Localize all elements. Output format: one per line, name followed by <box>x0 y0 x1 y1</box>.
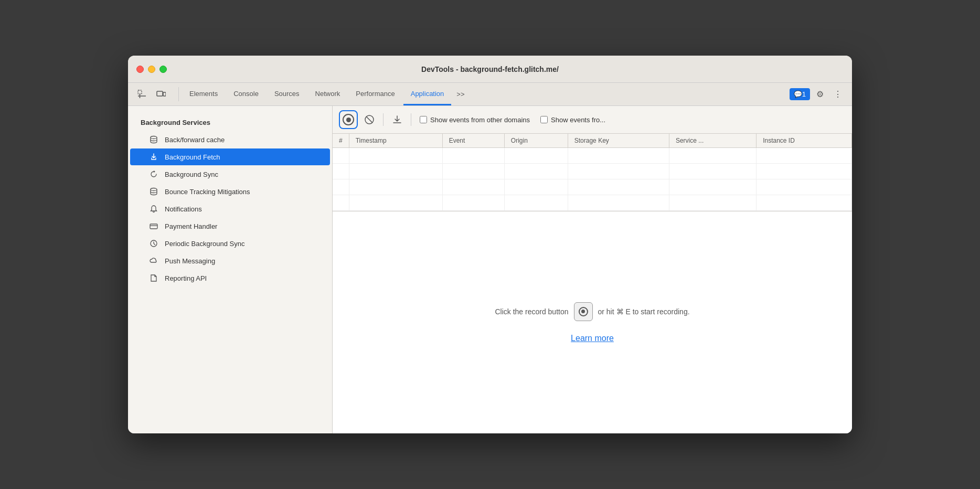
more-options-icon[interactable]: ⋮ <box>830 87 846 102</box>
tab-application[interactable]: Application <box>403 83 452 105</box>
table-container: # Timestamp Event Origin Storage Key Ser… <box>333 134 852 211</box>
tab-performance[interactable]: Performance <box>348 83 402 105</box>
svg-rect-0 <box>138 90 142 94</box>
tab-icon-group <box>132 83 171 105</box>
toolbar-divider-2 <box>411 113 411 126</box>
bell-icon <box>149 204 158 214</box>
sync-icon <box>149 169 158 179</box>
tab-sources[interactable]: Sources <box>267 83 307 105</box>
window-title: DevTools - background-fetch.glitch.me/ <box>136 65 844 73</box>
sidebar-item-label: Payment Handler <box>165 222 217 230</box>
chat-icon: 💬 <box>794 90 802 98</box>
show-other-domains-checkbox-group[interactable]: Show events from other domains <box>420 116 530 124</box>
tab-actions: 💬 1 ⚙ ⋮ <box>787 83 848 105</box>
table-empty-row-2 <box>333 164 852 179</box>
tab-bar: Elements Console Sources Network Perform… <box>128 83 852 106</box>
right-panel: Show events from other domains Show even… <box>333 106 852 433</box>
svg-rect-7 <box>150 224 157 229</box>
tab-network[interactable]: Network <box>308 83 348 105</box>
empty-state-description: Click the record button or hit ⌘ E to st… <box>495 302 689 321</box>
show-events-fro-label: Show events fro... <box>551 116 605 124</box>
sidebar-section-title: Background Services <box>128 114 332 131</box>
record-button-inline[interactable] <box>574 302 593 321</box>
sidebar-item-push-messaging[interactable]: Push Messaging <box>130 252 330 269</box>
learn-more-link[interactable]: Learn more <box>571 334 614 343</box>
sidebar-item-background-fetch[interactable]: Background Fetch <box>130 148 330 165</box>
svg-line-11 <box>366 116 372 123</box>
record-icon <box>343 114 354 125</box>
sidebar: Background Services Back/forward cache <box>128 106 333 433</box>
svg-point-6 <box>151 188 157 191</box>
col-origin: Origin <box>504 134 568 148</box>
settings-icon[interactable]: ⚙ <box>812 87 828 102</box>
tab-spacer <box>470 83 786 105</box>
cloud-icon <box>149 256 158 265</box>
show-events-fro-checkbox-group[interactable]: Show events fro... <box>540 116 605 124</box>
device-toggle-icon[interactable] <box>153 87 169 102</box>
col-instance-id: Instance ID <box>757 134 852 148</box>
sidebar-item-label: Notifications <box>165 205 202 213</box>
database-icon <box>149 135 158 144</box>
sidebar-item-payment-handler[interactable]: Payment Handler <box>130 218 330 235</box>
table-empty-row-1 <box>333 148 852 164</box>
maximize-button[interactable] <box>159 66 167 73</box>
clear-button[interactable] <box>360 110 379 129</box>
traffic-lights <box>136 66 167 73</box>
col-storage-key: Storage Key <box>568 134 669 148</box>
download-button[interactable] <box>388 110 407 129</box>
record-icon-inner-sm <box>581 310 585 313</box>
titlebar: DevTools - background-fetch.glitch.me/ <box>128 56 852 83</box>
inspect-icon[interactable] <box>134 87 150 102</box>
background-fetch-icon <box>149 152 158 162</box>
panel-toolbar: Show events from other domains Show even… <box>333 106 852 134</box>
sidebar-item-background-sync[interactable]: Background Sync <box>130 166 330 183</box>
empty-state: Click the record button or hit ⌘ E to st… <box>333 211 852 433</box>
sidebar-item-periodic-bg-sync[interactable]: Periodic Background Sync <box>130 235 330 252</box>
sidebar-item-label: Bounce Tracking Mitigations <box>165 188 250 196</box>
document-icon <box>149 273 158 283</box>
col-service: Service ... <box>669 134 756 148</box>
close-button[interactable] <box>136 66 144 73</box>
clock-icon <box>149 239 158 248</box>
show-other-domains-label: Show events from other domains <box>430 116 530 124</box>
col-event: Event <box>442 134 504 148</box>
col-timestamp: Timestamp <box>349 134 442 148</box>
col-number: # <box>333 134 349 148</box>
table-header-row: # Timestamp Event Origin Storage Key Ser… <box>333 134 852 148</box>
sidebar-item-label: Push Messaging <box>165 257 215 265</box>
record-icon-sm <box>579 307 588 316</box>
minimize-button[interactable] <box>148 66 155 73</box>
svg-rect-3 <box>157 91 163 96</box>
tab-more-button[interactable]: >> <box>452 83 468 105</box>
empty-state-text-before: Click the record button <box>495 307 568 316</box>
table-empty-row-3 <box>333 179 852 195</box>
show-other-domains-checkbox[interactable] <box>420 116 427 123</box>
show-events-fro-checkbox[interactable] <box>540 116 548 123</box>
sidebar-item-label: Reporting API <box>165 274 207 282</box>
sidebar-item-notifications[interactable]: Notifications <box>130 200 330 217</box>
tab-console[interactable]: Console <box>226 83 266 105</box>
notification-badge[interactable]: 💬 1 <box>790 88 810 100</box>
tab-elements[interactable]: Elements <box>182 83 225 105</box>
devtools-window: DevTools - background-fetch.glitch.me/ E… <box>128 56 852 433</box>
payment-icon <box>149 221 158 231</box>
toolbar-divider <box>383 113 384 126</box>
bounce-tracking-icon <box>149 187 158 196</box>
sidebar-item-bounce-tracking[interactable]: Bounce Tracking Mitigations <box>130 183 330 200</box>
events-table: # Timestamp Event Origin Storage Key Ser… <box>333 134 852 211</box>
sidebar-item-reporting-api[interactable]: Reporting API <box>130 270 330 286</box>
tab-divider-1 <box>178 87 179 101</box>
sidebar-item-label: Back/forward cache <box>165 136 225 144</box>
empty-state-text-after: or hit ⌘ E to start recording. <box>598 307 690 316</box>
sidebar-item-back-forward-cache[interactable]: Back/forward cache <box>130 131 330 148</box>
sidebar-item-label: Background Sync <box>165 171 218 178</box>
main-content: Background Services Back/forward cache <box>128 106 852 433</box>
sidebar-item-label: Periodic Background Sync <box>165 240 244 248</box>
svg-rect-4 <box>163 92 166 96</box>
svg-point-5 <box>151 136 157 139</box>
sidebar-item-label: Background Fetch <box>165 153 220 161</box>
table-body <box>333 148 852 211</box>
table-empty-row-4 <box>333 195 852 211</box>
record-button[interactable] <box>339 110 358 129</box>
table-head: # Timestamp Event Origin Storage Key Ser… <box>333 134 852 148</box>
